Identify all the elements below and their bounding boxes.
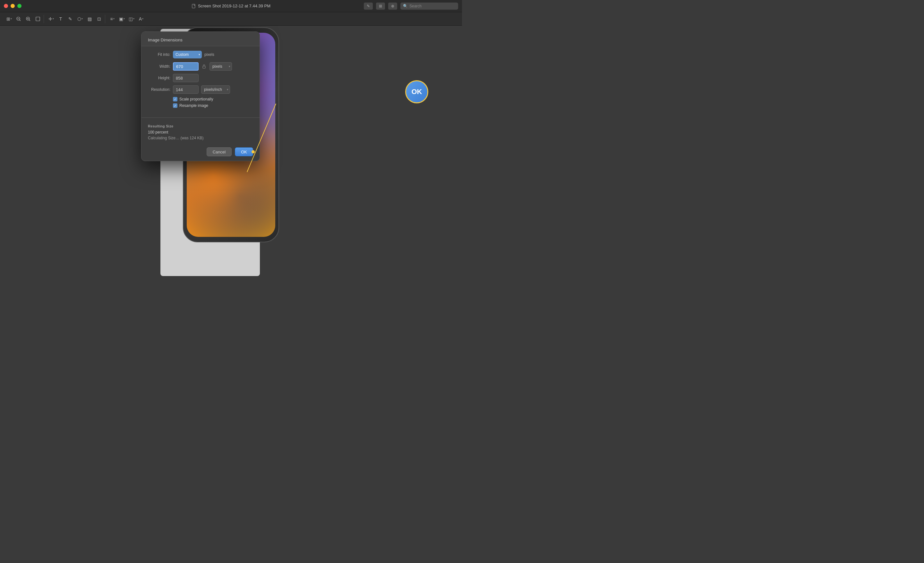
scale-proportionally-checkbox[interactable]: ✓ [173, 97, 177, 101]
calculating-size-text: Calculating Size… (was 124 KB) [148, 136, 253, 140]
titlebar: Screen Shot 2019-12-12 at 7.44.39 PM ✎ ⊞… [0, 0, 462, 12]
zoom-out-icon [16, 17, 21, 21]
fit-into-arrow-icon: ▾ [199, 53, 200, 56]
close-button[interactable] [4, 4, 8, 8]
ok-annotation-label: OK [412, 88, 422, 96]
minimize-button[interactable] [10, 4, 15, 8]
zoom-in-button[interactable] [24, 15, 33, 23]
height-row: Height: [148, 74, 253, 82]
document-icon [192, 4, 196, 8]
scale-proportionally-label: Scale proportionally [179, 97, 213, 101]
ok-button-label: OK [241, 150, 247, 155]
width-unit-arrow-icon: ▾ [229, 65, 230, 68]
arrange-button[interactable]: ▣▾ [117, 15, 126, 23]
scale-proportionally-checkmark: ✓ [174, 98, 177, 101]
resolution-label: Resolution: [148, 87, 170, 92]
mode-button[interactable]: ⊞▾ [4, 15, 14, 23]
image-dimensions-dialog: Image Dimensions Fit into: Custom ▾ pixe… [141, 32, 260, 161]
height-input[interactable] [173, 74, 199, 82]
shape-tool-button[interactable]: ⬡▾ [75, 15, 84, 23]
zoom-in-icon [26, 17, 30, 21]
view-button[interactable]: ⊞ [376, 3, 385, 10]
width-input[interactable] [173, 62, 199, 71]
dialog-header: Image Dimensions [141, 32, 260, 46]
lock-icon[interactable] [201, 63, 207, 69]
resolution-unit-value: pixels/inch [204, 87, 222, 92]
ok-button-dot [252, 150, 255, 153]
title-text: Screen Shot 2019-12-12 at 7.44.39 PM [198, 3, 270, 8]
window-title: Screen Shot 2019-12-12 at 7.44.39 PM [192, 3, 270, 8]
toolbar-group-3: ≡▾ ▣▾ ◫▾ A▾ [106, 15, 147, 23]
svg-line-2 [20, 20, 21, 21]
toolbar-group-1: ⊞▾ [3, 15, 44, 23]
text-tool-button[interactable]: T [56, 15, 65, 23]
fit-into-label: Fit into: [148, 52, 170, 57]
dialog-footer: Cancel OK [141, 144, 260, 161]
resolution-input[interactable] [173, 86, 199, 94]
ok-button[interactable]: OK [235, 147, 253, 156]
resample-image-checkmark: ✓ [174, 104, 177, 108]
titlebar-right: ✎ ⊞ ⊕ 🔍 Search [364, 3, 458, 10]
ok-annotation-circle: OK [405, 80, 428, 104]
fit-into-select[interactable]: Custom ▾ [173, 51, 202, 59]
width-unit-select[interactable]: pixels ▾ [210, 62, 232, 71]
resample-image-checkbox[interactable]: ✓ [173, 104, 177, 108]
resulting-size-title: Resulting Size [148, 124, 253, 128]
width-label: Width: [148, 64, 170, 69]
dialog-title: Image Dimensions [148, 38, 183, 42]
height-label: Height: [148, 76, 170, 80]
align-button[interactable]: ≡▾ [108, 15, 117, 23]
svg-rect-8 [36, 17, 40, 21]
width-input-group [173, 62, 199, 71]
fill-tool-button[interactable]: ▨ [85, 15, 94, 23]
dialog-divider [141, 117, 260, 118]
resample-image-row: ✓ Resample image [173, 104, 253, 108]
font-button[interactable]: A▾ [136, 15, 146, 23]
marquee-tool-button[interactable]: ⊡ [94, 15, 104, 23]
width-unit-value: pixels [212, 64, 222, 69]
search-placeholder: Search [410, 4, 422, 8]
search-bar[interactable]: 🔍 Search [400, 3, 458, 10]
search-icon: 🔍 [403, 4, 408, 8]
scale-proportionally-row: ✓ Scale proportionally [173, 97, 253, 101]
network-button[interactable]: ⊕ [388, 3, 397, 10]
svg-rect-10 [203, 66, 206, 68]
toolbar-group-2: ✛▾ T ✎ ⬡▾ ▨ ⊡ [45, 15, 105, 23]
cancel-button[interactable]: Cancel [207, 147, 232, 156]
share-button[interactable]: ✎ [364, 3, 373, 10]
toolbar: ⊞▾ ✛▾ T [0, 12, 462, 26]
pen-tool-button[interactable]: ✎ [66, 15, 75, 23]
modal-overlay: OK Image Dimensions Fit into: Custom ▾ p… [0, 26, 462, 281]
canvas-area: OK Image Dimensions Fit into: Custom ▾ p… [0, 26, 462, 281]
resulting-size-section: Resulting Size 100 percent Calculating S… [141, 121, 260, 144]
resize-icon [36, 17, 40, 21]
fit-into-row: Fit into: Custom ▾ pixels [148, 51, 253, 59]
resolution-row: Resolution: pixels/inch ▾ [148, 86, 253, 94]
resolution-unit-arrow-icon: ▾ [227, 88, 228, 91]
dialog-body: Fit into: Custom ▾ pixels Width: [141, 46, 260, 114]
fit-into-unit: pixels [204, 52, 214, 57]
maximize-button[interactable] [17, 4, 21, 8]
svg-line-5 [29, 20, 30, 21]
resulting-size-value: 100 percent [148, 130, 253, 135]
resolution-unit-select[interactable]: pixels/inch ▾ [201, 86, 230, 94]
resample-image-label: Resample image [179, 104, 208, 108]
fit-into-value: Custom [176, 52, 189, 57]
traffic-lights [4, 4, 21, 8]
resize-button[interactable] [33, 15, 42, 23]
svg-rect-0 [192, 4, 195, 8]
select-tool-button[interactable]: ✛▾ [46, 15, 56, 23]
width-row: Width: pixels ▾ [148, 62, 253, 71]
zoom-out-button[interactable] [14, 15, 23, 23]
color-button[interactable]: ◫▾ [127, 15, 136, 23]
